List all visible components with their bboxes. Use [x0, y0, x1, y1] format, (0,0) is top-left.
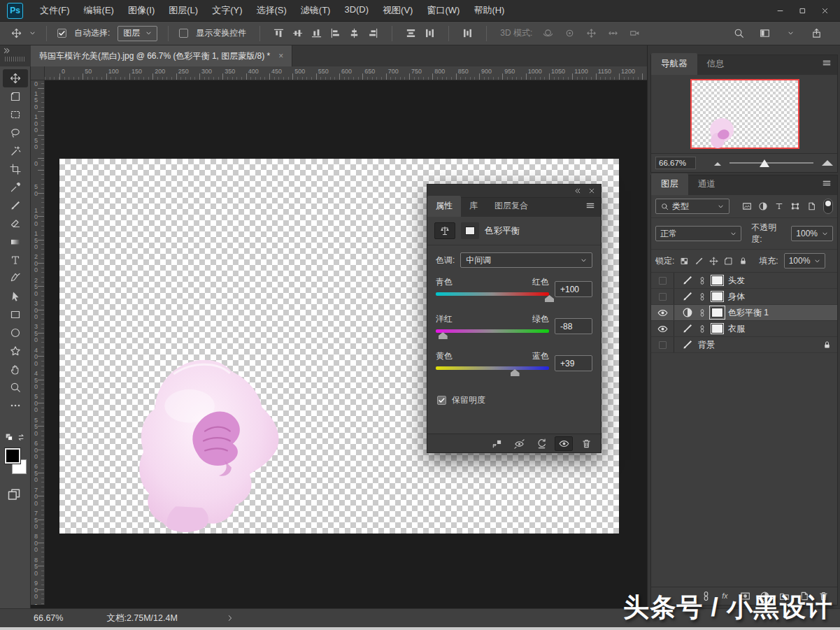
close-window-button[interactable] — [813, 3, 836, 18]
reset-icon[interactable] — [532, 436, 550, 451]
tool-eyedropper[interactable] — [3, 178, 28, 196]
lock-brush-icon[interactable] — [695, 257, 704, 266]
align-vcenter-icon[interactable] — [290, 25, 306, 41]
tool-type[interactable] — [3, 251, 28, 269]
tool-zoom[interactable] — [3, 378, 28, 396]
share-icon[interactable] — [809, 25, 825, 41]
swap-colors-icon[interactable] — [17, 433, 26, 442]
slider-value-input[interactable]: +100 — [555, 281, 592, 297]
default-colors-icon[interactable] — [5, 433, 14, 442]
min-window-button[interactable] — [769, 3, 791, 18]
type-filter-icon[interactable] — [774, 201, 784, 211]
auto-select-checkbox[interactable] — [57, 29, 66, 38]
tab-navigator[interactable]: 导航器 — [651, 53, 697, 75]
tone-dropdown[interactable]: 中间调 — [460, 252, 592, 268]
menu-item-9[interactable]: 窗口(W) — [420, 4, 467, 17]
tool-hand[interactable] — [3, 360, 28, 378]
menu-item-10[interactable]: 帮助(H) — [467, 4, 511, 17]
fill-input[interactable]: 100% — [784, 253, 826, 269]
align-right-icon[interactable] — [365, 25, 381, 41]
zoom-out-icon[interactable] — [714, 158, 721, 168]
adjust-icon[interactable] — [758, 201, 768, 211]
layer-row-1[interactable]: 身体 — [651, 289, 837, 305]
layer-row-3[interactable]: 衣服 — [651, 321, 837, 337]
ruler-origin-box[interactable] — [31, 66, 45, 80]
navigator-view-box[interactable] — [690, 79, 799, 149]
tool-custom-shape[interactable] — [3, 342, 28, 360]
layer-visibility-toggle[interactable] — [651, 305, 674, 320]
zoom-in-icon[interactable] — [822, 158, 833, 168]
tool-rectangle[interactable] — [3, 306, 28, 324]
tab-channels[interactable]: 通道 — [688, 173, 725, 195]
slider-thumb[interactable] — [439, 332, 448, 339]
layer-mask-thumbnail[interactable] — [711, 324, 723, 334]
layer-visibility-toggle[interactable] — [651, 321, 674, 336]
clip-icon[interactable] — [487, 436, 506, 451]
shape-filter-icon[interactable] — [790, 201, 800, 211]
lock-lockk-icon[interactable] — [739, 257, 748, 266]
auto-select-target-dropdown[interactable]: 图层 — [118, 26, 157, 41]
slider-track[interactable] — [436, 366, 549, 370]
tool-preset-chevron-icon[interactable] — [29, 30, 36, 36]
menu-item-3[interactable]: 图层(L) — [162, 4, 205, 17]
preserve-luminosity-checkbox[interactable] — [437, 396, 446, 405]
tab-info[interactable]: 信息 — [697, 53, 734, 75]
dist-space-icon[interactable] — [460, 25, 476, 41]
layer-mask-thumbnail[interactable] — [711, 292, 723, 301]
tab-libraries[interactable]: 库 — [461, 196, 486, 217]
status-zoom-input[interactable]: 66.67% — [34, 613, 63, 623]
move-tool-icon[interactable] — [8, 25, 24, 41]
show-transform-checkbox[interactable] — [179, 29, 188, 38]
navigator-zoom-input[interactable]: 66.67% — [655, 157, 696, 169]
layer-visibility-toggle[interactable] — [651, 273, 674, 288]
layer-row-0[interactable]: 头发 — [651, 273, 837, 289]
slider-value-input[interactable]: -88 — [555, 318, 592, 334]
status-menu-chevron-icon[interactable] — [227, 615, 234, 622]
pixel-filter-icon[interactable] — [742, 201, 752, 211]
menu-item-7[interactable]: 3D(D) — [337, 4, 376, 17]
layer-visibility-toggle[interactable] — [651, 289, 674, 304]
layer-visibility-toggle[interactable] — [651, 337, 674, 352]
preveye-icon[interactable] — [510, 436, 528, 451]
tool-magic-wand[interactable] — [3, 142, 28, 160]
foreground-color-swatch[interactable] — [5, 448, 20, 464]
panel-menu-icon[interactable] — [822, 178, 832, 190]
layer-row-2[interactable]: 色彩平衡 1 — [651, 305, 837, 321]
tool-gradient[interactable] — [3, 233, 28, 251]
slider-thumb[interactable] — [545, 295, 554, 302]
layer-mask-thumbnail[interactable] — [711, 308, 723, 317]
vertical-ruler[interactable]: 2 0 01 5 01 0 05 005 01 0 01 5 02 0 02 5… — [31, 80, 45, 605]
smart-filter-icon[interactable] — [806, 201, 816, 211]
menu-item-0[interactable]: 文件(F) — [33, 4, 77, 17]
align-hcenter-icon[interactable] — [346, 25, 362, 41]
toolbar-grip[interactable] — [5, 57, 24, 62]
expand-panel-icon[interactable] — [3, 47, 10, 55]
tool-crop[interactable] — [3, 160, 28, 178]
tool-move[interactable] — [3, 69, 28, 87]
screen-mode-icon[interactable] — [7, 487, 21, 501]
menu-item-8[interactable]: 视图(V) — [376, 4, 420, 17]
layer-row-4[interactable]: 背景 — [651, 337, 837, 353]
filter-type-dropdown[interactable]: 类型 — [655, 199, 729, 214]
navigator-zoom-slider[interactable] — [729, 162, 813, 164]
eye-icon[interactable] — [555, 436, 573, 451]
close-panel-icon[interactable] — [588, 187, 595, 194]
opacity-input[interactable]: 100% — [791, 226, 833, 241]
tool-eraser[interactable] — [3, 215, 28, 233]
tool-more[interactable] — [3, 396, 28, 415]
trash-icon[interactable] — [577, 436, 595, 451]
tab-properties[interactable]: 属性 — [427, 196, 461, 217]
tool-lasso[interactable] — [3, 124, 28, 142]
workspace-icon[interactable] — [757, 25, 773, 41]
tab-layer-comps[interactable]: 图层复合 — [486, 196, 536, 217]
search-icon[interactable] — [731, 25, 747, 41]
menu-item-4[interactable]: 文字(Y) — [205, 4, 249, 17]
dist-v-icon[interactable] — [403, 25, 419, 41]
panel-menu-icon[interactable] — [585, 201, 595, 213]
align-bottom-icon[interactable] — [308, 25, 325, 41]
menu-item-6[interactable]: 滤镜(T) — [294, 4, 338, 17]
zoom-slider-thumb[interactable] — [760, 159, 769, 167]
menu-item-5[interactable]: 选择(S) — [249, 4, 293, 17]
tool-pen[interactable] — [3, 269, 28, 287]
panel-menu-icon[interactable] — [822, 58, 832, 70]
